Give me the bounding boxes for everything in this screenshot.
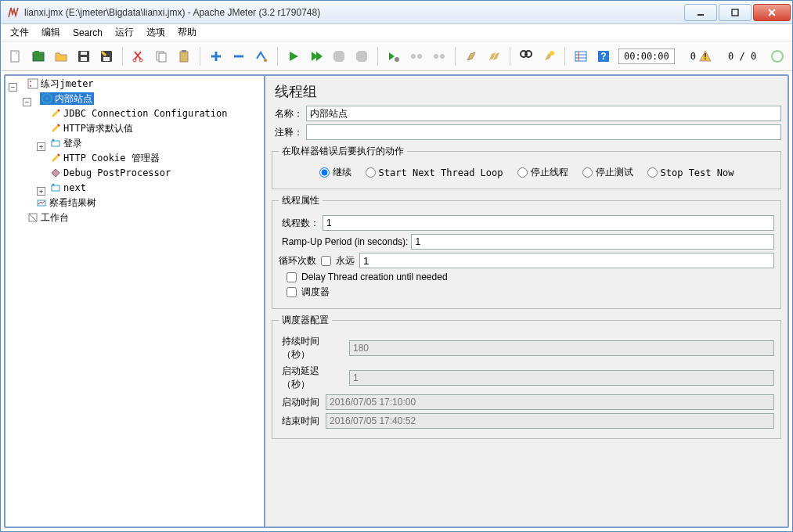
collapse-icon[interactable] [229, 46, 249, 66]
tree-test-plan[interactable]: 练习jmeter [26, 77, 95, 90]
testplan-icon [27, 78, 38, 89]
tree-label: JDBC Connection Configuration [63, 107, 228, 120]
help-icon[interactable]: ? [593, 46, 614, 66]
svg-point-47 [52, 139, 55, 142]
svg-text:?: ? [600, 51, 606, 62]
remote-stop-icon[interactable] [406, 46, 427, 66]
save-as-icon[interactable] [96, 46, 117, 66]
tree-item[interactable]: Debug PostProcessor [49, 167, 172, 179]
config-icon [50, 108, 61, 119]
scheduler-checkbox[interactable] [287, 287, 297, 297]
duration-label: 持续时间（秒） [279, 335, 349, 361]
toolbar-separator [122, 47, 123, 66]
scheduler-legend: 调度器配置 [279, 314, 332, 327]
threads-input[interactable] [323, 215, 774, 231]
start-time-label: 启动时间 [279, 396, 326, 409]
menu-run[interactable]: 运行 [110, 24, 139, 41]
tree-label: 登录 [63, 137, 82, 149]
expand-toggle[interactable]: − [23, 98, 31, 106]
expand-toggle[interactable]: + [37, 142, 45, 151]
delay-input[interactable] [349, 370, 774, 386]
tree-label: Debug PostProcessor [63, 167, 171, 179]
loops-label: 循环次数 [279, 254, 316, 268]
tree-item[interactable]: next [49, 182, 88, 194]
tree-label: next [63, 182, 86, 194]
tree-thread-group[interactable]: 内部站点 [40, 92, 94, 105]
menu-search[interactable]: Search [68, 26, 107, 40]
svg-rect-16 [182, 50, 186, 52]
shutdown-icon[interactable] [351, 46, 372, 66]
rampup-input[interactable] [411, 234, 774, 250]
tree-item[interactable]: HTTP请求默认值 [49, 122, 135, 135]
svg-marker-18 [290, 52, 298, 61]
save-icon[interactable] [74, 46, 94, 66]
maximize-button[interactable] [719, 4, 752, 21]
start-no-timers-icon[interactable] [306, 46, 326, 66]
radio-stop-now[interactable]: Stop Test Now [647, 167, 734, 178]
tree-label: 工作台 [41, 211, 69, 224]
svg-point-43 [30, 85, 31, 87]
radio-stop-thread[interactable]: 停止线程 [517, 166, 568, 179]
copy-icon[interactable] [151, 46, 171, 66]
paste-icon[interactable] [174, 46, 194, 66]
postprocessor-icon [50, 167, 61, 178]
duration-input[interactable] [349, 340, 774, 356]
loops-input[interactable] [359, 253, 774, 268]
search-icon[interactable] [516, 46, 536, 66]
forever-checkbox[interactable] [321, 256, 331, 266]
panel-title: 线程组 [275, 82, 781, 101]
open-icon[interactable] [51, 46, 71, 66]
clear-all-icon[interactable] [484, 46, 504, 66]
tree-panel[interactable]: − 练习jmeter − 内部站点 [5, 76, 265, 527]
svg-point-25 [411, 54, 416, 59]
thread-props-fieldset: 线程属性 线程数： Ramp-Up Period (in seconds): 循… [272, 194, 781, 309]
close-button[interactable] [753, 4, 791, 21]
start-icon[interactable] [283, 46, 304, 66]
svg-rect-5 [34, 51, 39, 53]
svg-rect-7 [81, 57, 87, 61]
config-icon [50, 153, 61, 164]
cut-icon[interactable] [128, 46, 149, 66]
clear-icon[interactable] [461, 46, 481, 66]
menu-edit[interactable]: 编辑 [37, 24, 65, 41]
templates-icon[interactable] [28, 46, 49, 66]
radio-stop-test[interactable]: 停止测试 [582, 166, 633, 179]
svg-rect-2 [11, 51, 19, 62]
name-input[interactable] [306, 106, 781, 121]
radio-continue[interactable]: 继续 [319, 166, 351, 179]
expand-toggle[interactable]: + [37, 187, 45, 196]
delay-create-checkbox[interactable] [287, 272, 297, 282]
reset-search-icon[interactable] [539, 46, 559, 66]
tree-listener[interactable]: 察看结果树 [34, 196, 98, 209]
new-file-icon[interactable] [5, 46, 26, 66]
remote-shutdown-icon[interactable] [429, 46, 449, 66]
toggle-icon[interactable] [251, 46, 272, 66]
stop-icon[interactable] [329, 46, 349, 66]
svg-marker-22 [356, 51, 367, 62]
menu-help[interactable]: 帮助 [173, 24, 201, 41]
expand-toggle[interactable]: − [9, 83, 17, 92]
svg-point-45 [45, 97, 49, 100]
remote-start-icon[interactable] [384, 46, 404, 66]
svg-rect-46 [52, 141, 59, 146]
function-helper-icon[interactable] [571, 46, 591, 66]
menu-file[interactable]: 文件 [5, 24, 34, 41]
tree-workbench[interactable]: 工作台 [26, 211, 70, 224]
expand-icon[interactable] [206, 46, 226, 66]
threads-label: 线程数： [279, 217, 323, 230]
tree-item[interactable]: HTTP Cookie 管理器 [49, 152, 161, 164]
comment-input[interactable] [306, 124, 781, 140]
delay-create-label: Delay Thread creation until needed [301, 271, 448, 282]
forever-label: 永远 [336, 254, 355, 268]
start-time-input[interactable] [326, 394, 774, 410]
warning-icon[interactable]: ! [698, 49, 712, 63]
radio-next-loop[interactable]: Start Next Thread Loop [366, 167, 503, 178]
thread-props-legend: 线程属性 [279, 194, 323, 207]
minimize-button[interactable] [684, 4, 717, 21]
menu-options[interactable]: 选项 [142, 24, 170, 41]
menu-bar: 文件 编辑 Search 运行 选项 帮助 [1, 24, 792, 41]
svg-rect-10 [103, 57, 110, 61]
end-time-input[interactable] [326, 413, 774, 429]
tree-item[interactable]: 登录 [49, 137, 84, 149]
tree-item[interactable]: JDBC Connection Configuration [49, 107, 229, 120]
